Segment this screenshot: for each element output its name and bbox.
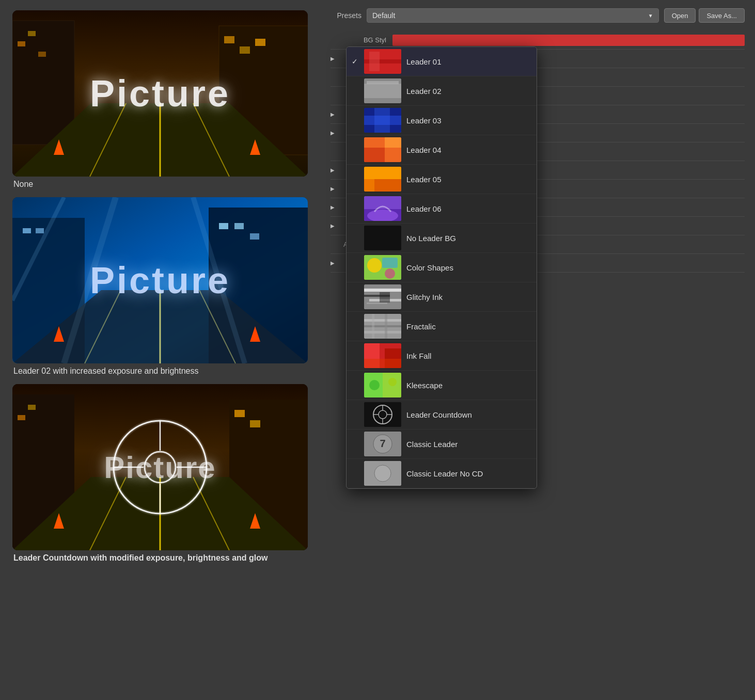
- item-thumb-classicleaderncd: [364, 461, 401, 486]
- svg-rect-74: [382, 258, 398, 268]
- svg-rect-67: [374, 179, 401, 192]
- dropdown-item-leadercountdown[interactable]: Leader Countdown: [347, 400, 537, 429]
- dropdown-item-classicleaderncd[interactable]: Classic Leader No CD: [347, 459, 537, 488]
- item-thumb-leader04: [364, 137, 401, 162]
- expand-arrow-motion-blur[interactable]: ▶: [331, 204, 335, 210]
- svg-rect-85: [364, 331, 401, 333]
- preset-dropdown-value: Default: [372, 11, 395, 20]
- svg-rect-8: [255, 39, 265, 46]
- item-thumb-leader06: [364, 196, 401, 221]
- item-label-leader06: Leader 06: [406, 204, 531, 213]
- expand-arrow-animation[interactable]: ▶: [331, 260, 335, 266]
- thumb-svg-classicleader: 7: [364, 432, 401, 456]
- svg-rect-7: [240, 46, 250, 54]
- dropdown-item-leader06[interactable]: Leader 06: [347, 194, 537, 224]
- item-thumb-leader02: [364, 78, 401, 103]
- dropdown-item-leader05[interactable]: Leader 05: [347, 165, 537, 194]
- svg-rect-1: [12, 21, 74, 145]
- presets-row: Presets Default ▼ Open Save As...: [331, 8, 745, 23]
- item-thumb-colorshapes: [364, 255, 401, 280]
- expand-arrow-background[interactable]: ▶: [331, 56, 335, 61]
- thumb-svg-fractalic: [364, 314, 401, 339]
- item-label-inkfall: Ink Fall: [406, 352, 531, 360]
- right-panel: Presets Default ▼ Open Save As... BG Sty…: [320, 0, 755, 700]
- svg-point-108: [374, 465, 391, 482]
- checkmark-leader01: ✓: [352, 57, 359, 66]
- dropdown-item-fractalic[interactable]: Fractalic: [347, 312, 537, 341]
- item-label-leader05: Leader 05: [406, 175, 531, 184]
- svg-text:7: 7: [380, 438, 385, 449]
- bg-style-value-bar[interactable]: [392, 35, 745, 46]
- thumb-svg-leader04: [364, 137, 401, 162]
- svg-rect-18: [23, 228, 31, 233]
- expand-arrow-text-basic[interactable]: ▶: [331, 112, 335, 117]
- preview-label-none: None: [12, 180, 308, 189]
- preview-text-none: Picture: [90, 72, 230, 115]
- open-button[interactable]: Open: [664, 8, 696, 23]
- preset-dropdown[interactable]: Default ▼: [367, 8, 659, 23]
- preview-label-leadercountdown: Leader Countdown with modified exposure,…: [12, 553, 308, 563]
- svg-rect-6: [224, 36, 234, 43]
- item-label-noleader: No Leader BG: [406, 234, 531, 243]
- thumb-svg-leader06: [364, 196, 401, 221]
- preview-thumb-none: Picture: [12, 10, 308, 177]
- thumb-svg-glitchyink: [364, 284, 401, 309]
- preset-buttons: Open Save As...: [664, 8, 745, 23]
- presets-label: Presets: [331, 11, 361, 20]
- thumb-svg-leader03: [364, 108, 401, 133]
- left-panel: Picture None: [0, 0, 320, 700]
- dropdown-item-leader01[interactable]: ✓ Leader 01: [347, 47, 537, 76]
- thumb-svg-colorshapes: [364, 255, 401, 280]
- dropdown-item-leader03[interactable]: Leader 03: [347, 106, 537, 135]
- item-label-fractalic: Fractalic: [406, 322, 531, 331]
- svg-rect-61: [374, 108, 390, 133]
- item-label-glitchyink: Glitchy Ink: [406, 293, 531, 301]
- svg-point-73: [367, 258, 382, 273]
- dropdown-item-leader04[interactable]: Leader 04: [347, 135, 537, 165]
- save-as-button[interactable]: Save As...: [699, 8, 745, 23]
- dropdown-item-leader02[interactable]: Leader 02: [347, 76, 537, 106]
- preview-text-leadercountdown: Picture: [104, 450, 216, 485]
- preview-item-none: Picture None: [12, 10, 308, 189]
- preview-thumb-leadercountdown: Picture: [12, 384, 308, 550]
- svg-rect-81: [380, 292, 390, 303]
- dropdown-item-glitchyink[interactable]: Glitchy Ink: [347, 282, 537, 312]
- svg-rect-34: [18, 415, 25, 420]
- svg-rect-66: [364, 167, 401, 179]
- dropdown-item-kleescape[interactable]: Kleescape: [347, 371, 537, 400]
- svg-rect-22: [250, 233, 259, 240]
- svg-rect-20: [219, 223, 228, 229]
- svg-rect-80: [367, 303, 387, 304]
- dropdown-chevron-icon: ▼: [648, 13, 653, 19]
- item-thumb-kleescape: [364, 373, 401, 397]
- expand-arrow-texture[interactable]: ▶: [331, 167, 335, 173]
- dropdown-item-classicleader[interactable]: 7 Classic Leader: [347, 429, 537, 459]
- svg-rect-64: [385, 137, 401, 148]
- svg-rect-87: [385, 314, 387, 339]
- item-thumb-classicleader: 7: [364, 432, 401, 456]
- dropdown-item-inkfall[interactable]: Ink Fall: [347, 341, 537, 371]
- svg-point-75: [385, 268, 395, 279]
- svg-rect-21: [234, 223, 244, 229]
- svg-rect-83: [364, 319, 401, 322]
- expand-arrow-channel-shift[interactable]: ▶: [331, 223, 335, 229]
- svg-rect-37: [234, 410, 245, 417]
- svg-rect-35: [28, 405, 36, 410]
- item-label-classicleader: Classic Leader: [406, 440, 531, 449]
- thumb-svg-leader05: [364, 167, 401, 192]
- preview-item-leader02: Picture Leader 02 with increased exposur…: [12, 197, 308, 376]
- svg-rect-58: [367, 81, 399, 84]
- thumb-svg-leadercountdown: [364, 402, 401, 427]
- svg-rect-77: [364, 289, 401, 292]
- thumb-svg-classicleaderncd: [364, 461, 401, 486]
- expand-arrow-glow[interactable]: ▶: [331, 186, 335, 192]
- svg-rect-63: [364, 148, 385, 162]
- expand-arrow-shadow[interactable]: ▶: [331, 130, 335, 136]
- svg-rect-86: [372, 314, 374, 339]
- dropdown-item-noleader[interactable]: No Leader BG: [347, 224, 537, 253]
- dropdown-item-colorshapes[interactable]: Color Shapes: [347, 253, 537, 282]
- svg-point-95: [369, 380, 380, 390]
- svg-rect-38: [250, 420, 260, 427]
- svg-rect-57: [364, 84, 401, 98]
- thumb-svg-inkfall: [364, 343, 401, 368]
